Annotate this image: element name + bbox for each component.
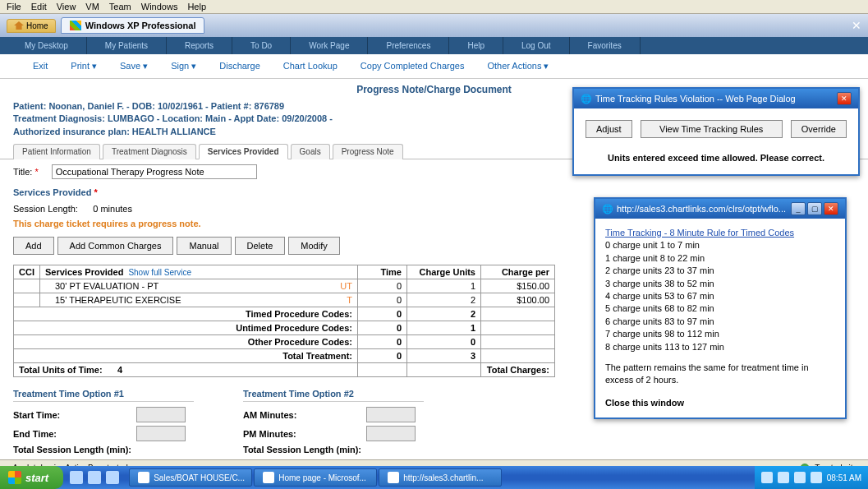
dialog-titlebar[interactable]: 🌐Time Tracking Rules Violation -- Web Pa… <box>574 89 858 108</box>
close-this-window-link[interactable]: Close this window <box>605 397 835 409</box>
services-table: CCI Services ProvidedShow full Service T… <box>13 265 555 377</box>
menu-help[interactable]: Help <box>187 2 206 12</box>
windows-taskbar: start Sales/BOAT HOUSE/C...Home page - M… <box>0 466 868 489</box>
desktop-icon[interactable] <box>88 471 101 484</box>
rule-line: 5 charge units 68 to 82 min <box>605 302 835 315</box>
summary-row: Untimed Procedure Codes:01 <box>14 321 555 335</box>
tray-icon[interactable] <box>794 472 806 483</box>
nav-my-patients[interactable]: My Patients <box>87 37 167 54</box>
rule-line: 1 charge unit 8 to 22 min <box>605 252 835 265</box>
tab-services-provided[interactable]: Services Provided <box>199 144 288 159</box>
col-cci: CCI <box>14 265 40 279</box>
rule-line: 4 charge units 53 to 67 min <box>605 290 835 302</box>
am-minutes-input[interactable] <box>366 407 416 422</box>
toolbar-save[interactable]: Save ▾ <box>120 61 148 71</box>
tab-progress-note[interactable]: Progress Note <box>333 144 403 159</box>
end-time-label: End Time: <box>13 429 136 439</box>
summary-row: Total Treatment:03 <box>14 349 555 363</box>
app-nav: My DesktopMy PatientsReportsTo DoWork Pa… <box>0 37 868 54</box>
rule-line: 0 charge unit 1 to 7 min <box>605 239 835 251</box>
quick-launch <box>63 466 126 489</box>
nav-favorites[interactable]: Favorites <box>570 37 641 54</box>
pm-minutes-label: PM Minutes: <box>243 429 366 439</box>
total-session-length-1: Total Session Length (min): <box>13 445 136 454</box>
dialog-close-icon[interactable]: ✕ <box>837 92 852 105</box>
taskbar-button[interactable]: Sales/BOAT HOUSE/C... <box>129 468 252 487</box>
rule-line: 3 charge units 38 to 52 min <box>605 278 835 290</box>
popup-close-icon[interactable]: ✕ <box>824 202 838 215</box>
show-full-service-link[interactable]: Show full Service <box>128 268 191 277</box>
menu-windows[interactable]: Windows <box>141 2 178 12</box>
menu-vm[interactable]: VM <box>85 2 99 12</box>
nav-help[interactable]: Help <box>449 37 503 54</box>
tab-goals[interactable]: Goals <box>291 144 330 159</box>
add-button[interactable]: Add <box>13 237 54 255</box>
nav-reports[interactable]: Reports <box>167 37 232 54</box>
taskbar-button[interactable]: http://sales3.chartlin... <box>379 468 502 487</box>
modify-button[interactable]: Modify <box>288 237 339 255</box>
rules-note: The pattern remains the same for treatme… <box>605 362 835 387</box>
time-tracking-rules-popup: 🌐http://sales3.chartlinks.com/clrs/otpt/… <box>594 197 847 419</box>
summary-row: Other Procedure Codes:00 <box>14 335 555 349</box>
col-service: Services ProvidedShow full Service <box>40 265 358 279</box>
menu-edit[interactable]: Edit <box>31 2 47 12</box>
time-option-2-head: Treatment Time Option #2 <box>243 389 424 402</box>
nav-to-do[interactable]: To Do <box>232 37 291 54</box>
taskbar-button[interactable]: Home page - Microsof... <box>254 468 377 487</box>
menu-view[interactable]: View <box>57 2 76 12</box>
start-button[interactable]: start <box>0 466 63 489</box>
tab-patient-information[interactable]: Patient Information <box>13 144 100 159</box>
popup-minimize-icon[interactable]: _ <box>791 202 806 215</box>
toolbar-copy[interactable]: Copy Completed Charges <box>361 61 465 71</box>
end-time-input[interactable] <box>136 426 186 441</box>
total-charges-label: Total Charges: <box>481 363 555 377</box>
adjust-button[interactable]: Adjust <box>586 120 632 138</box>
nav-log-out[interactable]: Log Out <box>503 37 570 54</box>
rule-line: 6 charge units 83 to 97 min <box>605 316 835 328</box>
service-row[interactable]: 30' PT EVALUATION - PTUT01$150.00 <box>14 279 555 293</box>
service-row[interactable]: 15' THERAPEUTIC EXERCISET02$100.00 <box>14 293 555 307</box>
start-time-label: Start Time: <box>13 410 136 420</box>
rule-line: 7 charge units 98 to 112 min <box>605 328 835 340</box>
rule-line: 8 charge units 113 to 127 min <box>605 341 835 353</box>
am-minutes-label: AM Minutes: <box>243 410 366 420</box>
toolbar-print[interactable]: Print ▾ <box>71 61 97 71</box>
tray-icon[interactable] <box>811 472 822 483</box>
explorer-icon[interactable] <box>106 471 119 484</box>
title-label: Title: * <box>13 167 39 177</box>
vm-guest-tab[interactable]: Windows XP Professional <box>61 17 205 34</box>
nav-my-desktop[interactable]: My Desktop <box>7 37 87 54</box>
total-units-of-time: Total Units of Time: 4 <box>14 363 358 377</box>
nav-work-page[interactable]: Work Page <box>291 37 368 54</box>
toolbar-discharge[interactable]: Discharge <box>219 61 260 71</box>
popup-titlebar[interactable]: 🌐http://sales3.chartlinks.com/clrs/otpt/… <box>595 199 845 219</box>
vm-tab-bar: Home Windows XP Professional ✕ <box>0 14 868 37</box>
override-button[interactable]: Override <box>791 120 847 138</box>
tray-icon[interactable] <box>761 472 773 483</box>
rule-line: 2 charge units 23 to 37 min <box>605 265 835 277</box>
col-charge-per: Charge per <box>481 265 555 279</box>
toolbar-exit[interactable]: Exit <box>33 61 48 71</box>
toolbar-other[interactable]: Other Actions ▾ <box>487 61 549 71</box>
app-toolbar: ExitPrint ▾Save ▾Sign ▾DischargeChart Lo… <box>0 54 868 79</box>
toolbar-chart[interactable]: Chart Lookup <box>283 61 338 71</box>
rules-heading: Time Tracking - 8 Minute Rule for Timed … <box>605 227 835 239</box>
manual-button[interactable]: Manual <box>177 237 231 255</box>
toolbar-sign[interactable]: Sign ▾ <box>171 61 196 71</box>
title-input[interactable] <box>52 164 257 179</box>
start-time-input[interactable] <box>136 407 186 422</box>
tab-treatment-diagnosis[interactable]: Treatment Diagnosis <box>103 144 196 159</box>
vm-home-tab[interactable]: Home <box>7 19 56 33</box>
menu-team[interactable]: Team <box>109 2 131 12</box>
tray-icon[interactable] <box>778 472 789 483</box>
delete-button[interactable]: Delete <box>235 237 286 255</box>
ie-icon[interactable] <box>70 471 83 484</box>
nav-preferences[interactable]: Preferences <box>368 37 449 54</box>
add-common-charges-button[interactable]: Add Common Charges <box>57 237 174 255</box>
summary-row: Timed Procedure Codes:02 <box>14 307 555 321</box>
popup-maximize-icon[interactable]: ▢ <box>807 202 822 215</box>
pm-minutes-input[interactable] <box>366 426 416 441</box>
menu-file[interactable]: File <box>7 2 21 12</box>
view-time-tracking-rules-button[interactable]: View Time Tracking Rules <box>641 120 783 138</box>
vm-close-icon[interactable]: ✕ <box>852 19 861 32</box>
